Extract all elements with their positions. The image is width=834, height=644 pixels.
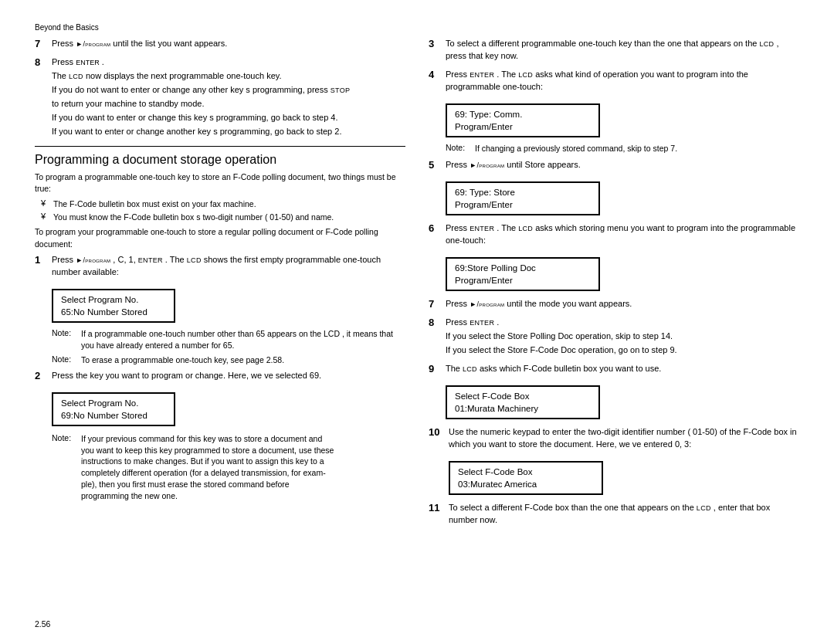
note-1b-label: Note: (52, 354, 81, 366)
step-1-content: Press ►/program , C, 1, ENTER . The LCD … (52, 254, 405, 280)
section-para1: To program a programmable one-touch key … (35, 171, 405, 195)
step-7-left: 7 Press ►/program until the list you wan… (35, 38, 405, 52)
lcd-box-2: Select Program No. 69:No Number Stored (52, 392, 175, 426)
note-1a-label: Note: (52, 328, 81, 351)
lcd-box-5: 69:Store Polling Doc Program/Enter (446, 257, 600, 291)
step-9: 9 The LCD asks which F-Code bulletin box… (429, 363, 799, 377)
section-title: Programming a document storage operation (35, 153, 405, 167)
step-num-4: 4 (429, 69, 442, 82)
lcd-box-1: Select Program No. 65:No Number Stored (52, 289, 175, 323)
step-num-7-left: 7 (35, 38, 49, 51)
step-10-content: Use the numeric keypad to enter the two-… (449, 426, 799, 452)
step-7-right-content: Press ►/program until the mode you want … (446, 298, 799, 312)
step-6-content: Press ENTER . The LCD asks which storing… (446, 222, 799, 249)
right-column: 3 To select a different programmable one… (429, 38, 799, 533)
bullet-2: ¥ You must know the F-Code bulletin box … (35, 212, 405, 223)
note-3: Note: If changing a previously stored co… (429, 143, 799, 154)
lcd-box-3: 69: Type: Comm. Program/Enter (446, 103, 600, 137)
lcd-box-5-line2: Program/Enter (455, 274, 591, 286)
step-5-content: Press ►/program until Store appears. (446, 159, 799, 173)
section-divider (35, 146, 405, 147)
lcd-box-5-container: 69:Store Polling Doc Program/Enter (429, 253, 799, 295)
lcd-box-2-line1: Select Program No. (61, 397, 166, 409)
step-7-right: 7 Press ►/program until the mode you wan… (429, 298, 799, 312)
bullet-1-text: The F-Code bulletin box must exist on yo… (53, 198, 405, 210)
step-2: 2 Press the key you want to program or c… (35, 370, 405, 384)
step-num-8-left: 8 (35, 56, 49, 69)
section-para2: To program your programmable one-touch t… (35, 226, 405, 249)
note-2-text: If your previous command for this key wa… (81, 433, 405, 501)
step-num-3: 3 (429, 38, 442, 51)
step-10: 10 Use the numeric keypad to enter the t… (429, 426, 799, 452)
note-2-label: Note: (52, 433, 81, 442)
breadcrumb: Beyond the Basics (35, 23, 799, 32)
lcd-box-5-line1: 69:Store Polling Doc (455, 262, 591, 274)
note-1b: Note: To erase a programmable one-touch … (35, 354, 405, 366)
step-11: 11 To select a different F-Code box than… (429, 502, 799, 528)
step-8-right: 8 Press ENTER . If you select the Store … (429, 317, 799, 358)
note-2: Note: If your previous command for this … (35, 433, 405, 501)
footer-page-number: 2.56 (35, 619, 50, 629)
lcd-box-1-line1: Select Program No. (61, 293, 166, 306)
step-2-content: Press the key you want to program or cha… (52, 370, 405, 384)
lcd-box-4: 69: Type: Store Program/Enter (446, 181, 600, 215)
step-7-left-text: Press ►/program until the list you want … (52, 38, 405, 52)
page: Beyond the Basics 7 Press ►/program unti… (0, 0, 834, 644)
lcd-box-1-container: Select Program No. 65:No Number Stored (35, 285, 405, 327)
step-num-6: 6 (429, 222, 442, 236)
step-11-content: To select a different F-Code box than th… (449, 502, 799, 528)
lcd-box-4-line1: 69: Type: Store (455, 186, 591, 198)
step-num-11: 11 (429, 502, 446, 515)
note-1a-text: If a programmable one-touch number other… (81, 328, 405, 351)
note-1a: Note: If a programmable one-touch number… (35, 328, 405, 351)
lcd-box-6-container: Select F-Code Box 01:Murata Machinery (429, 381, 799, 423)
step-num-7-right: 7 (429, 298, 442, 311)
step-5: 5 Press ►/program until Store appears. (429, 159, 799, 173)
step-8-right-content: Press ENTER . If you select the Store Po… (446, 317, 799, 358)
lcd-box-1-line2: 65:No Number Stored (61, 306, 166, 318)
step-num-1: 1 (35, 254, 49, 267)
step-num-9: 9 (429, 363, 442, 376)
bullet-1: ¥ The F-Code bulletin box must exist on … (35, 198, 405, 210)
step-9-content: The LCD asks which F-Code bulletin box y… (446, 363, 799, 377)
main-content: 7 Press ►/program until the list you wan… (35, 38, 799, 533)
lcd-box-4-container: 69: Type: Store Program/Enter (429, 178, 799, 219)
lcd-box-2-line2: 69:No Number Stored (61, 409, 166, 422)
note-3-label: Note: (446, 143, 475, 154)
step-4-content: Press ENTER . The LCD asks what kind of … (446, 69, 799, 95)
lcd-box-2-container: Select Program No. 69:No Number Stored (35, 388, 405, 430)
bullet-2-text: You must know the F-Code bulletin box s … (53, 212, 405, 223)
lcd-box-3-line2: Program/Enter (455, 120, 591, 133)
lcd-box-3-container: 69: Type: Comm. Program/Enter (429, 100, 799, 141)
step-1: 1 Press ►/program , C, 1, ENTER . The LC… (35, 254, 405, 280)
lcd-box-7-container: Select F-Code Box 03:Muratec America (429, 457, 799, 499)
step-3: 3 To select a different programmable one… (429, 38, 799, 64)
lcd-box-6-line1: Select F-Code Box (455, 390, 591, 402)
lcd-box-3-line1: 69: Type: Comm. (455, 108, 591, 120)
step-4: 4 Press ENTER . The LCD asks what kind o… (429, 69, 799, 95)
lcd-box-6: Select F-Code Box 01:Murata Machinery (446, 385, 600, 419)
lcd-box-6-line2: 01:Murata Machinery (455, 402, 591, 415)
step-8-left-content: Press ENTER . The LCD now displays the n… (52, 56, 405, 140)
step-3-content: To select a different programmable one-t… (446, 38, 799, 64)
left-column: 7 Press ►/program until the list you wan… (35, 38, 405, 533)
step-num-10: 10 (429, 426, 446, 439)
step-8-left: 8 Press ENTER . The LCD now displays the… (35, 56, 405, 140)
step-num-8-right: 8 (429, 317, 442, 330)
note-3-text: If changing a previously stored command,… (475, 143, 799, 154)
lcd-box-7: Select F-Code Box 03:Muratec America (449, 461, 603, 495)
lcd-box-7-line1: Select F-Code Box (458, 466, 594, 478)
step-num-5: 5 (429, 159, 442, 172)
note-1b-text: To erase a programmable one-touch key, s… (81, 354, 405, 366)
lcd-box-4-line2: Program/Enter (455, 198, 591, 211)
lcd-box-7-line2: 03:Muratec America (458, 478, 594, 490)
step-num-2: 2 (35, 370, 49, 383)
step-6: 6 Press ENTER . The LCD asks which stori… (429, 222, 799, 249)
